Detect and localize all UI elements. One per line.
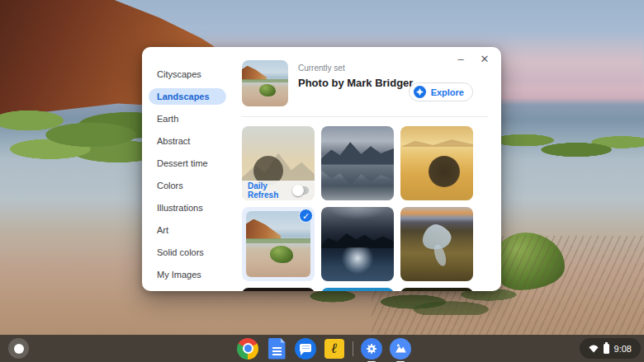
sidebar-item-colors[interactable]: Colors: [149, 177, 226, 194]
category-sidebar: Cityscapes Landscapes Earth Abstract Des…: [142, 47, 234, 291]
sidebar-item-dessert-time[interactable]: Dessert time: [149, 155, 226, 172]
art-shape: [246, 219, 281, 239]
tile-art: [400, 126, 473, 200]
launcher-icon: [14, 344, 24, 354]
chromeos-desktop: – ✕ Cityscapes Landscapes Earth Abstract…: [0, 0, 644, 362]
wallpaper-moss-left: [0, 104, 157, 163]
daily-refresh-bar: Daily Refresh: [242, 181, 315, 200]
wallpaper-tile-night-lake[interactable]: [321, 207, 394, 281]
sidebar-item-illustrations[interactable]: Illustrations: [149, 200, 226, 216]
header-divider: [242, 116, 488, 117]
currently-set-label: Currently set: [298, 63, 413, 73]
wallpaper-tile-daily-refresh[interactable]: Daily Refresh: [242, 126, 315, 200]
settings-gear-icon: [361, 338, 382, 360]
explore-button[interactable]: Explore: [409, 82, 473, 101]
shelf-separator: [353, 341, 353, 356]
photo-title: Photo by Mark Bridger: [298, 77, 413, 89]
docs-fold-icon: [281, 338, 286, 343]
art-shape: [432, 243, 448, 267]
tile-art: [400, 288, 473, 291]
wallpaper-mountain-icon: [390, 338, 411, 360]
art-shape: [242, 79, 288, 82]
current-wallpaper-info: Currently set Photo by Mark Bridger: [298, 60, 413, 106]
launcher-button[interactable]: [8, 338, 29, 359]
close-icon[interactable]: ✕: [478, 52, 491, 67]
toggle-knob: [292, 185, 304, 196]
sidebar-item-art[interactable]: Art: [149, 222, 226, 238]
daily-refresh-toggle[interactable]: [293, 186, 309, 195]
sidebar-item-solid-colors[interactable]: Solid colors: [149, 244, 226, 261]
l-app-icon: ℓ: [324, 339, 344, 359]
wallpaper-tile-beach-cliffs-selected[interactable]: ✓: [242, 207, 315, 281]
chrome-icon: [237, 338, 258, 360]
currently-set-header: Currently set Photo by Mark Bridger Expl…: [242, 60, 488, 106]
sidebar-item-landscapes[interactable]: Landscapes: [149, 88, 226, 105]
current-wallpaper-thumbnail: [242, 60, 288, 106]
shelf: ℓ: [0, 335, 644, 362]
status-tray[interactable]: 9:08: [580, 338, 641, 359]
wallpaper-content: Currently set Photo by Mark Bridger Expl…: [234, 47, 501, 291]
wifi-icon: [589, 345, 599, 353]
docs-icon: [268, 338, 286, 360]
shelf-apps: ℓ: [237, 335, 411, 362]
art-shape: [321, 139, 394, 165]
wallpaper-picker-window: – ✕ Cityscapes Landscapes Earth Abstract…: [142, 47, 501, 291]
tile-art: [321, 126, 394, 200]
wallpaper-grid: Daily Refresh: [242, 126, 488, 291]
daily-refresh-label: Daily Refresh: [248, 181, 293, 200]
wallpaper-tile-olive[interactable]: [400, 288, 473, 291]
wallpaper-seaweed-right: [494, 127, 644, 165]
art-shape: [321, 186, 394, 200]
sidebar-item-cityscapes[interactable]: Cityscapes: [149, 66, 226, 82]
tile-art: [321, 207, 394, 281]
explore-icon: [414, 86, 426, 98]
art-shape: [270, 246, 293, 264]
selected-check-icon: ✓: [299, 209, 313, 223]
l-app-button[interactable]: ℓ: [324, 338, 345, 360]
art-shape: [321, 207, 394, 225]
sidebar-item-earth[interactable]: Earth: [149, 110, 226, 127]
docs-app-button[interactable]: [266, 338, 287, 360]
explore-button-label: Explore: [431, 87, 464, 97]
clock: 9:08: [614, 344, 632, 354]
chrome-app-button[interactable]: [237, 338, 258, 360]
beach-art: [242, 60, 288, 106]
docs-lines-icon: [272, 347, 282, 355]
tile-art: [321, 288, 394, 291]
minimize-icon[interactable]: –: [454, 52, 467, 67]
wallpaper-tile-dusk-hills[interactable]: [400, 207, 473, 281]
window-controls: – ✕: [454, 52, 491, 67]
sidebar-item-abstract[interactable]: Abstract: [149, 133, 226, 149]
wallpaper-tile-mountains-reflection[interactable]: [321, 126, 394, 200]
l-glyph: ℓ: [331, 341, 337, 357]
tile-art: [400, 207, 473, 281]
chat-bubble-icon: [300, 344, 311, 352]
battery-icon: [604, 344, 609, 354]
sidebar-item-my-images[interactable]: My Images: [149, 266, 226, 283]
art-shape: [321, 247, 394, 281]
tile-art: [242, 288, 315, 291]
wallpaper-tile-golden-sunset[interactable]: [400, 126, 473, 200]
messages-icon: [295, 338, 316, 360]
wallpaper-tile-blue[interactable]: [321, 288, 394, 291]
settings-app-button[interactable]: [361, 338, 382, 360]
art-shape: [400, 138, 473, 147]
wallpaper-tile-dark[interactable]: [242, 288, 315, 291]
wallpaper-app-button[interactable]: [390, 338, 411, 360]
art-shape: [259, 84, 276, 96]
art-shape: [429, 156, 460, 187]
art-shape: [242, 66, 267, 80]
art-shape: [246, 238, 310, 243]
art-shape: [321, 226, 394, 248]
art-shape: [321, 165, 394, 187]
messages-app-button[interactable]: [295, 338, 316, 360]
